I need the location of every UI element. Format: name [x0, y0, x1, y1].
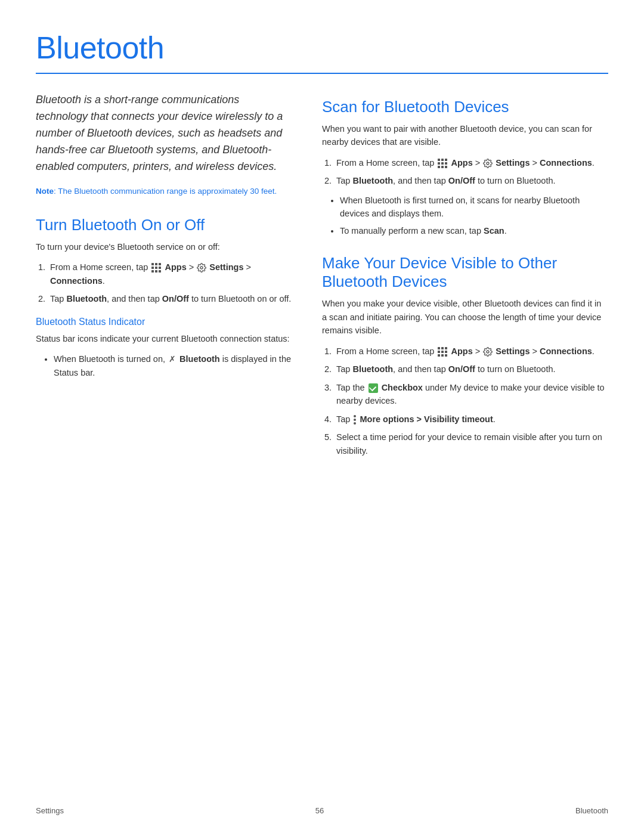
- make-visible-steps: From a Home screen, tap Apps > Settings …: [334, 345, 608, 457]
- page-title: Bluetooth: [36, 30, 608, 66]
- bt-status-intro: Status bar icons indicate your current B…: [36, 332, 292, 345]
- right-column: Scan for Bluetooth Devices When you want…: [322, 92, 608, 463]
- turn-on-off-step-1: From a Home screen, tap Apps > Settings …: [48, 261, 292, 287]
- footer-right: Bluetooth: [575, 806, 608, 815]
- checkbox-icon: [369, 383, 378, 393]
- apps-icon: [151, 263, 161, 272]
- scan-steps: From a Home screen, tap Apps > Settings …: [334, 156, 608, 188]
- two-col-layout: Bluetooth is a short-range communication…: [36, 92, 608, 463]
- turn-on-off-step-2: Tap Bluetooth, and then tap On/Off to tu…: [48, 292, 292, 305]
- bt-status-bullets: When Bluetooth is turned on, ✗ Bluetooth…: [54, 352, 292, 379]
- gear-icon: [197, 263, 206, 272]
- footer-left: Settings: [36, 806, 64, 815]
- bt-status-title: Bluetooth Status Indicator: [36, 317, 292, 327]
- apps-icon-visible: [438, 347, 447, 357]
- gear-icon-visible: [483, 347, 493, 357]
- make-visible-step-3: Tap the Checkbox under My device to make…: [334, 381, 608, 408]
- bt-status-bullet-1: When Bluetooth is turned on, ✗ Bluetooth…: [54, 352, 292, 379]
- scan-bullet-2: To manually perform a new scan, tap Scan…: [340, 224, 608, 237]
- note-label: Note: [36, 187, 54, 196]
- title-divider: [36, 73, 608, 74]
- footer-page-num: 56: [64, 806, 575, 815]
- svg-point-2: [487, 351, 489, 353]
- make-visible-step-5: Select a time period for your device to …: [334, 431, 608, 457]
- more-options-icon: [354, 415, 356, 425]
- turn-on-off-intro: To turn your device's Bluetooth service …: [36, 240, 292, 253]
- make-visible-intro: When you make your device visible, other…: [322, 297, 608, 337]
- make-visible-step-2: Tap Bluetooth, and then tap On/Off to tu…: [334, 363, 608, 376]
- turn-on-off-title: Turn Bluetooth On or Off: [36, 216, 292, 234]
- make-visible-step-4: Tap More options > Visibility timeout.: [334, 413, 608, 426]
- scan-title: Scan for Bluetooth Devices: [322, 98, 608, 116]
- scan-step-2: Tap Bluetooth, and then tap On/Off to tu…: [334, 174, 608, 187]
- footer: Settings 56 Bluetooth: [0, 806, 644, 815]
- left-column: Bluetooth is a short-range communication…: [36, 92, 292, 463]
- scan-intro: When you want to pair with another Bluet…: [322, 122, 608, 149]
- scan-bullets: When Bluetooth is first turned on, it sc…: [340, 194, 608, 237]
- scan-bullet-1: When Bluetooth is first turned on, it sc…: [340, 194, 608, 221]
- make-visible-step-1: From a Home screen, tap Apps > Settings …: [334, 345, 608, 358]
- apps-icon-scan: [438, 159, 447, 168]
- svg-point-0: [200, 267, 203, 269]
- note-text: Note: The Bluetooth communication range …: [36, 185, 292, 197]
- svg-point-1: [487, 162, 489, 165]
- turn-on-off-steps: From a Home screen, tap Apps > Settings …: [48, 261, 292, 305]
- intro-text: Bluetooth is a short-range communication…: [36, 92, 292, 175]
- scan-step-1: From a Home screen, tap Apps > Settings …: [334, 156, 608, 169]
- gear-icon-scan: [483, 159, 493, 168]
- page-container: Bluetooth Bluetooth is a short-range com…: [0, 0, 644, 499]
- bluetooth-symbol: ✗: [169, 353, 176, 366]
- make-visible-title: Make Your Device Visible to Other Blueto…: [322, 254, 608, 291]
